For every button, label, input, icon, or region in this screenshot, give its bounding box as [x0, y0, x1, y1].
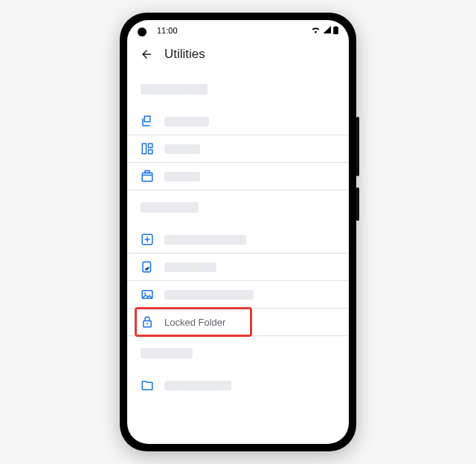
- svg-point-8: [144, 292, 146, 294]
- list-item[interactable]: [127, 108, 349, 135]
- list-item-label-placeholder: [164, 172, 200, 181]
- import-icon: [141, 233, 154, 246]
- list-item[interactable]: [127, 254, 349, 281]
- signal-icon: [323, 26, 331, 35]
- screen: 11:00 Utilities Loc: [127, 20, 349, 444]
- list-item-label-placeholder: [164, 235, 246, 245]
- lock-icon: [141, 315, 154, 329]
- free-up-space-icon: [141, 115, 154, 128]
- app-header: Utilities: [127, 41, 349, 72]
- list-item-label-placeholder: [164, 290, 254, 300]
- status-bar: 11:00: [127, 20, 349, 41]
- list-item-label-placeholder: [164, 262, 216, 272]
- list-item[interactable]: [127, 372, 349, 399]
- utilities-list[interactable]: Locked Folder: [127, 72, 349, 444]
- section-header: [141, 202, 199, 213]
- list-item-label: Locked Folder: [164, 317, 225, 328]
- svg-point-10: [147, 323, 148, 324]
- list-item[interactable]: [127, 135, 349, 163]
- front-camera: [138, 28, 147, 36]
- list-item[interactable]: [127, 281, 349, 309]
- back-button[interactable]: [139, 47, 154, 62]
- phone-frame: 11:00 Utilities Loc: [120, 13, 356, 451]
- svg-rect-0: [142, 144, 146, 154]
- list-item-locked-folder[interactable]: Locked Folder: [127, 309, 349, 336]
- svg-rect-3: [142, 173, 152, 181]
- picture-icon: [141, 288, 154, 301]
- wifi-icon: [311, 26, 321, 35]
- battery-icon: [333, 26, 338, 36]
- section-header: [141, 84, 208, 94]
- page-title: Utilities: [164, 47, 205, 62]
- svg-rect-2: [149, 150, 152, 154]
- svg-rect-1: [149, 144, 152, 147]
- folder-icon: [141, 378, 154, 392]
- svg-rect-4: [145, 171, 149, 173]
- list-item-label-placeholder: [164, 117, 209, 126]
- list-item[interactable]: [127, 226, 349, 254]
- manage-storage-icon: [141, 142, 154, 155]
- back-arrow-icon: [140, 48, 153, 61]
- trash-icon: [141, 170, 154, 183]
- clock: 11:00: [157, 26, 178, 35]
- list-item-label-placeholder: [164, 144, 200, 154]
- list-item[interactable]: [127, 163, 349, 190]
- power-button: [356, 187, 359, 221]
- list-item-label-placeholder: [164, 381, 231, 390]
- section-header: [141, 348, 193, 358]
- volume-button: [356, 117, 359, 176]
- reorder-icon: [141, 260, 154, 274]
